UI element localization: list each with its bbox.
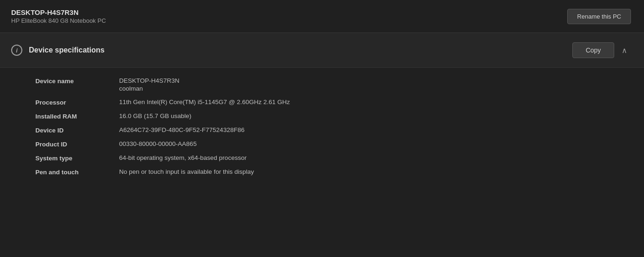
ram-value: 16.0 GB (15.7 GB usable) bbox=[119, 112, 633, 120]
pen-touch-value: No pen or touch input is available for t… bbox=[119, 168, 633, 176]
product-id-label: Product ID bbox=[35, 140, 119, 148]
rename-pc-button[interactable]: Rename this PC bbox=[567, 9, 631, 24]
pc-model: HP EliteBook 840 G8 Notebook PC bbox=[11, 17, 106, 24]
device-id-value: A6264C72-39FD-480C-9F52-F77524328F86 bbox=[119, 126, 633, 134]
copy-button[interactable]: Copy bbox=[572, 42, 614, 58]
specs-container: Device name DESKTOP-H4S7R3N coolman Proc… bbox=[0, 68, 644, 185]
section-controls: Copy ∧ bbox=[572, 42, 631, 58]
device-specs-section-header: i Device specifications Copy ∧ bbox=[0, 33, 644, 67]
pc-info: DESKTOP-H4S7R3N HP EliteBook 840 G8 Note… bbox=[11, 8, 106, 24]
pc-name: DESKTOP-H4S7R3N bbox=[11, 8, 106, 16]
device-name-label: Device name bbox=[35, 77, 119, 92]
section-title-group: i Device specifications bbox=[11, 45, 105, 56]
processor-value: 11th Gen Intel(R) Core(TM) i5-1145G7 @ 2… bbox=[119, 99, 633, 106]
info-icon: i bbox=[11, 45, 22, 56]
specs-table: Device name DESKTOP-H4S7R3N coolman Proc… bbox=[35, 77, 633, 176]
ram-label: Installed RAM bbox=[35, 112, 119, 120]
collapse-button[interactable]: ∧ bbox=[618, 43, 631, 58]
page-header: DESKTOP-H4S7R3N HP EliteBook 840 G8 Note… bbox=[0, 0, 644, 33]
processor-label: Processor bbox=[35, 99, 119, 106]
device-name-value: DESKTOP-H4S7R3N bbox=[119, 77, 633, 84]
device-id-label: Device ID bbox=[35, 126, 119, 134]
device-name-value-group: DESKTOP-H4S7R3N coolman bbox=[119, 77, 633, 92]
system-type-value: 64-bit operating system, x64-based proce… bbox=[119, 154, 633, 162]
product-id-value: 00330-80000-00000-AA865 bbox=[119, 140, 633, 148]
pen-touch-label: Pen and touch bbox=[35, 168, 119, 176]
section-title: Device specifications bbox=[29, 46, 105, 54]
device-name-sub: coolman bbox=[119, 85, 633, 92]
system-type-label: System type bbox=[35, 154, 119, 162]
